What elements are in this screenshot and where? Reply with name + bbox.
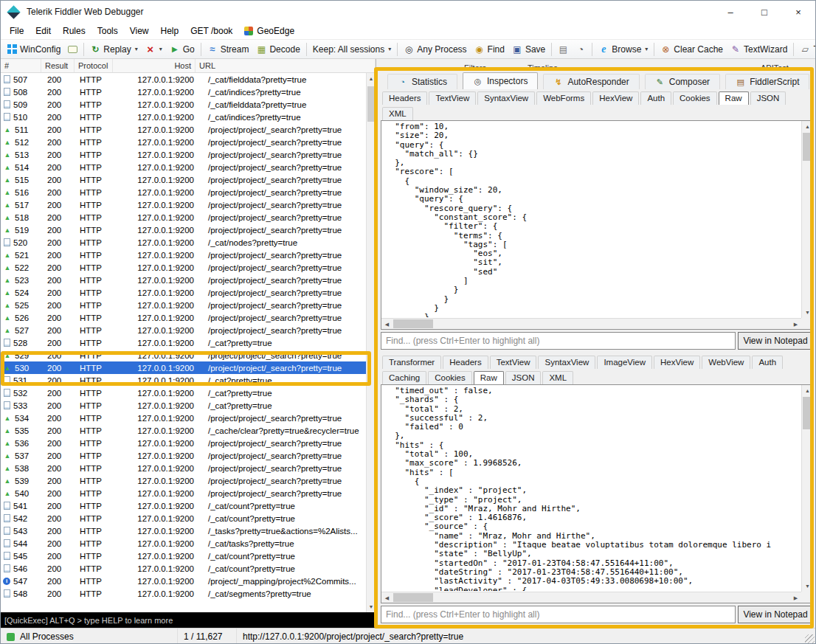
- response-view-in-notepad-button[interactable]: View in Notepad: [738, 606, 813, 623]
- session-row-514[interactable]: 514200HTTP127.0.0.1:9200/project/project…: [1, 161, 366, 173]
- scroll-left-icon[interactable]: ◀: [381, 592, 393, 603]
- resize-grip[interactable]: [805, 634, 815, 644]
- find-button[interactable]: Find: [471, 43, 508, 56]
- menu-item-view[interactable]: View: [124, 24, 155, 38]
- tab-json[interactable]: JSON: [750, 91, 786, 105]
- session-list-scrollbar[interactable]: ▲ ▼: [366, 73, 376, 612]
- session-row-538[interactable]: 538200HTTP127.0.0.1:9200/project/project…: [1, 462, 366, 474]
- tab-timeline-partial[interactable]: Timeline: [528, 63, 558, 72]
- session-row-519[interactable]: 519200HTTP127.0.0.1:9200/project/project…: [1, 224, 366, 236]
- session-row-510[interactable]: 510200HTTP127.0.0.1:9200/_cat/indices?pr…: [1, 111, 366, 123]
- session-row-522[interactable]: 522200HTTP127.0.0.1:9200/project/project…: [1, 261, 366, 274]
- request-find-input[interactable]: [381, 332, 736, 350]
- tearoff-button[interactable]: Tearoff: [796, 43, 815, 56]
- session-row-507[interactable]: 507200HTTP127.0.0.1:9200/_cat/fielddata?…: [1, 73, 366, 86]
- session-row-525[interactable]: 525200HTTP127.0.0.1:9200/project/project…: [1, 299, 366, 311]
- tab-cookies[interactable]: Cookies: [673, 91, 717, 105]
- session-row-517[interactable]: 517200HTTP127.0.0.1:9200/project/project…: [1, 198, 366, 211]
- session-row-541[interactable]: 541200HTTP127.0.0.1:9200/_cat/count?pret…: [1, 499, 366, 512]
- column-header-protocol[interactable]: Protocol: [75, 59, 113, 72]
- scrollbar-thumb[interactable]: [803, 133, 812, 161]
- tab-syntaxview[interactable]: SyntaxView: [477, 91, 535, 105]
- session-row-543[interactable]: 543200HTTP127.0.0.1:9200/_tasks?pretty=t…: [1, 524, 366, 537]
- column-header-host[interactable]: Host: [113, 59, 196, 72]
- tab-composer[interactable]: Composer: [645, 74, 720, 89]
- scroll-right-icon[interactable]: ▶: [790, 592, 801, 603]
- scroll-down-icon[interactable]: ▼: [367, 601, 376, 612]
- session-row-545[interactable]: 545200HTTP127.0.0.1:9200/_cat/count?pret…: [1, 550, 366, 562]
- session-row-526[interactable]: 526200HTTP127.0.0.1:9200/project/project…: [1, 311, 366, 324]
- tab-headers[interactable]: Headers: [382, 91, 427, 105]
- scrollbar-thumb[interactable]: [803, 397, 812, 429]
- session-row-542[interactable]: 542200HTTP127.0.0.1:9200/_cat/count?pret…: [1, 512, 366, 524]
- any-process-button[interactable]: Any Process: [400, 43, 470, 56]
- session-row-534[interactable]: 534200HTTP127.0.0.1:9200/project/project…: [1, 412, 366, 424]
- comment-button[interactable]: [64, 44, 81, 55]
- tab-syntaxview[interactable]: SyntaxView: [538, 356, 595, 369]
- tab-auth[interactable]: Auth: [752, 356, 783, 369]
- minimize-button[interactable]: –: [713, 1, 747, 23]
- menu-item-geoedge[interactable]: GeoEdge: [238, 24, 300, 38]
- scrollbar-thumb[interactable]: [393, 319, 433, 328]
- session-row-537[interactable]: 537200HTTP127.0.0.1:9200/project/project…: [1, 449, 366, 462]
- session-row-518[interactable]: 518200HTTP127.0.0.1:9200/project/project…: [1, 211, 366, 224]
- tab-raw[interactable]: Raw: [719, 91, 749, 105]
- go-button[interactable]: Go: [166, 43, 198, 56]
- session-row-547[interactable]: 547200HTTP127.0.0.1:9200/project/_mappin…: [1, 575, 366, 587]
- tab-filters-partial[interactable]: Filters: [464, 63, 486, 72]
- session-row-528[interactable]: 528200HTTP127.0.0.1:9200/_cat?pretty=tru…: [1, 336, 366, 349]
- tab-imageview[interactable]: ImageView: [597, 356, 652, 369]
- keep-sessions-button[interactable]: Keep: All sessions▾: [309, 43, 395, 56]
- browse-button[interactable]: Browse▾: [595, 43, 651, 56]
- menu-item-help[interactable]: Help: [155, 24, 185, 38]
- session-row-521[interactable]: 521200HTTP127.0.0.1:9200/project/project…: [1, 249, 366, 261]
- winconfig-button[interactable]: WinConfig: [4, 43, 64, 56]
- tab-statistics[interactable]: Statistics: [387, 74, 457, 89]
- menu-item-tools[interactable]: Tools: [91, 24, 124, 38]
- tab-hexview[interactable]: HexView: [592, 91, 639, 105]
- session-row-533[interactable]: 533200HTTP127.0.0.1:9200/_cat?pretty=tru…: [1, 399, 366, 412]
- tab-webforms[interactable]: WebForms: [536, 91, 591, 105]
- scroll-up-icon[interactable]: ▲: [367, 73, 376, 84]
- maximize-button[interactable]: □: [747, 1, 781, 23]
- tab-json[interactable]: JSON: [505, 371, 542, 384]
- quickexec-bar[interactable]: [QuickExec] ALT+Q > type HELP to learn m…: [1, 612, 376, 628]
- screenshot-button[interactable]: [554, 43, 572, 56]
- tab-headers[interactable]: Headers: [443, 356, 488, 369]
- session-row-539[interactable]: 539200HTTP127.0.0.1:9200/project/project…: [1, 474, 366, 487]
- scrollbar-thumb[interactable]: [393, 593, 433, 602]
- session-row-513[interactable]: 513200HTTP127.0.0.1:9200/project/project…: [1, 148, 366, 161]
- session-row-520[interactable]: 520200HTTP127.0.0.1:9200/_cat/nodes?pret…: [1, 236, 366, 249]
- session-row-527[interactable]: 527200HTTP127.0.0.1:9200/project/project…: [1, 324, 366, 336]
- session-row-546[interactable]: 546200HTTP127.0.0.1:9200/_cat/count?pret…: [1, 562, 366, 575]
- session-row-523[interactable]: 523200HTTP127.0.0.1:9200/project/project…: [1, 274, 366, 286]
- timer-button[interactable]: [572, 43, 589, 56]
- decode-button[interactable]: Decode: [252, 43, 303, 56]
- request-horizontal-scrollbar[interactable]: ◀ ▶: [381, 318, 801, 329]
- tab-apitest-partial[interactable]: APITest: [761, 63, 789, 72]
- scroll-down-icon[interactable]: ▼: [802, 581, 813, 592]
- tab-raw[interactable]: Raw: [474, 371, 504, 384]
- tab-inspectors[interactable]: Inspectors: [463, 72, 538, 89]
- tab-autoresponder[interactable]: AutoResponder: [543, 74, 639, 89]
- tab-textview[interactable]: TextView: [490, 356, 537, 369]
- session-row-536[interactable]: 536200HTTP127.0.0.1:9200/project/project…: [1, 437, 366, 449]
- response-horizontal-scrollbar[interactable]: ◀ ▶: [381, 592, 801, 603]
- session-row-530[interactable]: 530200HTTP127.0.0.1:9200/project/project…: [1, 361, 366, 374]
- response-vertical-scrollbar[interactable]: ▲ ▼: [801, 385, 812, 592]
- remove-sessions-button[interactable]: ▾: [142, 43, 166, 56]
- scroll-left-icon[interactable]: ◀: [381, 319, 393, 330]
- session-row-540[interactable]: 540200HTTP127.0.0.1:9200/project/project…: [1, 487, 366, 499]
- replay-button[interactable]: Replay▾: [86, 43, 141, 56]
- tab-transformer[interactable]: Transformer: [382, 356, 441, 369]
- session-row-511[interactable]: 511200HTTP127.0.0.1:9200/project/project…: [1, 123, 366, 136]
- session-row-532[interactable]: 532200HTTP127.0.0.1:9200/_cat?pretty=tru…: [1, 387, 366, 399]
- menu-item-get-book[interactable]: GET /book: [184, 24, 238, 38]
- scroll-up-icon[interactable]: ▲: [802, 121, 813, 132]
- column-header-result[interactable]: Result: [41, 59, 75, 72]
- tab-caching[interactable]: Caching: [382, 371, 426, 384]
- column-header-number[interactable]: #: [1, 59, 41, 72]
- scroll-up-icon[interactable]: ▲: [802, 385, 813, 396]
- tab-hexview[interactable]: HexView: [654, 356, 700, 369]
- session-row-529[interactable]: 529200HTTP127.0.0.1:9200/project/project…: [1, 349, 366, 361]
